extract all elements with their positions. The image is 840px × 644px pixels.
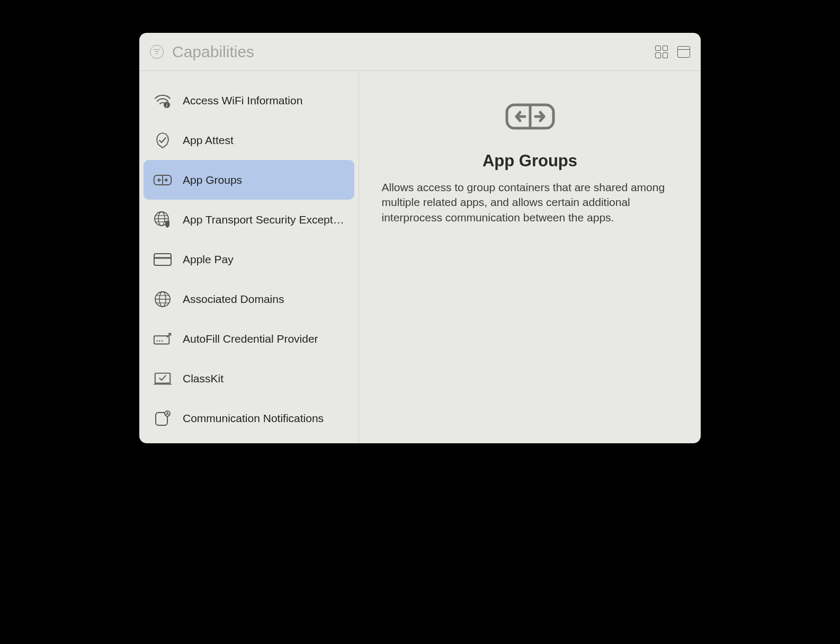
sidebar-item-classkit[interactable]: ClassKit [144, 359, 354, 398]
key-form-icon [153, 329, 172, 348]
sidebar-item-label: App Attest [183, 134, 234, 147]
page-title: Capabilities [172, 43, 254, 61]
svg-point-17 [156, 340, 157, 341]
classkit-icon [153, 369, 172, 388]
titlebar-left: Capabilities [150, 43, 254, 61]
svg-point-24 [166, 412, 168, 413]
grid-view-icon[interactable] [655, 46, 668, 58]
titlebar-right [655, 46, 690, 58]
sidebar-item-label: App Groups [183, 174, 242, 186]
sidebar-item-label: ClassKit [183, 372, 224, 385]
card-icon [153, 250, 172, 269]
detail-link-icon [505, 103, 556, 130]
sidebar-item-app-groups[interactable]: App Groups [144, 160, 354, 200]
attest-icon [153, 131, 172, 150]
sidebar-item-label: Apple Pay [183, 253, 234, 266]
capabilities-sidebar[interactable]: i Access WiFi Information App Attest [139, 71, 359, 443]
wifi-info-icon: i [153, 91, 172, 110]
svg-rect-9 [154, 254, 171, 265]
sidebar-item-associated-domains[interactable]: Associated Domains [144, 279, 354, 319]
detail-title: App Groups [482, 151, 577, 171]
sidebar-item-access-wifi[interactable]: i Access WiFi Information [144, 80, 354, 120]
content-area: i Access WiFi Information App Attest [139, 71, 701, 443]
svg-rect-20 [155, 373, 170, 383]
sidebar-item-ats-exception[interactable]: App Transport Security Excepti… [144, 200, 354, 239]
sidebar-item-label: AutoFill Credential Provider [183, 333, 318, 345]
sidebar-item-app-attest[interactable]: App Attest [144, 120, 354, 160]
sidebar-item-apple-pay[interactable]: Apple Pay [144, 239, 354, 279]
sidebar-item-label: Access WiFi Information [183, 94, 302, 107]
globe-icon [153, 290, 172, 309]
link-icon [153, 171, 172, 190]
detail-description: Allows access to group containers that a… [382, 180, 678, 225]
svg-point-19 [162, 340, 163, 341]
detail-view-icon[interactable] [677, 46, 690, 58]
sidebar-item-label: Associated Domains [183, 293, 284, 306]
capabilities-window: Capabilities i Access [139, 33, 701, 443]
sidebar-item-communication-notifications[interactable]: Communication Notifications [144, 398, 354, 438]
titlebar: Capabilities [139, 33, 701, 71]
detail-pane: App Groups Allows access to group contai… [359, 71, 701, 443]
sidebar-item-label: Communication Notifications [183, 412, 324, 425]
sidebar-item-autofill[interactable]: AutoFill Credential Provider [144, 319, 354, 359]
filter-icon[interactable] [150, 45, 164, 59]
comm-notif-icon [153, 409, 172, 428]
sidebar-item-label: App Transport Security Excepti… [183, 213, 345, 226]
svg-point-18 [159, 340, 160, 341]
globe-shield-icon [153, 210, 172, 229]
